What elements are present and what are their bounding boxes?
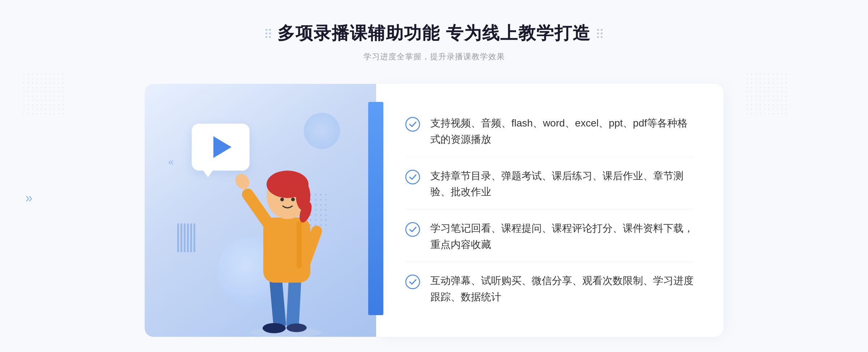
svg-point-14 (291, 198, 295, 201)
main-title: 多项录播课辅助功能 专为线上教学打造 (277, 22, 590, 45)
svg-rect-17 (180, 223, 182, 252)
svg-rect-15 (297, 221, 302, 268)
svg-rect-18 (184, 223, 186, 252)
feature-text-1: 支持视频、音频、flash、word、excel、ppt、pdf等各种格式的资源… (430, 115, 694, 148)
svg-rect-21 (193, 223, 195, 252)
dots-decoration-right (745, 72, 788, 116)
page-header: 多项录播课辅助功能 专为线上教学打造 学习进度全掌握，提升录播课教学效果 (265, 22, 602, 62)
title-decorator-right (597, 29, 603, 38)
svg-point-4 (286, 323, 307, 332)
svg-point-22 (406, 117, 420, 131)
feature-item-3: 学习笔记回看、课程提问、课程评论打分、课件资料下载，重点内容收藏 (405, 212, 694, 262)
svg-rect-20 (190, 223, 192, 252)
feature-item-2: 支持章节目录、弹题考试、课后练习、课后作业、章节测验、批改作业 (405, 159, 694, 210)
person-illustration (224, 120, 347, 337)
check-icon-3 (405, 222, 420, 237)
check-icon-1 (405, 117, 420, 132)
arrow-deco-illustration: « (168, 156, 174, 168)
content-area: « (145, 84, 723, 337)
feature-item-1: 支持视频、音频、flash、word、excel、ppt、pdf等各种格式的资源… (405, 107, 694, 157)
illustration-panel: « (145, 84, 376, 337)
check-icon-4 (405, 274, 420, 289)
check-icon-2 (405, 169, 420, 185)
title-decorator-left (265, 29, 271, 38)
feature-text-3: 学习笔记回看、课程提问、课程评论打分、课件资料下载，重点内容收藏 (430, 220, 694, 253)
feature-text-2: 支持章节目录、弹题考试、课后练习、课后作业、章节测验、批改作业 (430, 168, 694, 201)
svg-point-8 (233, 171, 252, 192)
feature-item-4: 互动弹幕、试听购买、微信分享、观看次数限制、学习进度跟踪、数据统计 (405, 264, 694, 314)
stripe-decoration (177, 223, 203, 254)
title-row: 多项录播课辅助功能 专为线上教学打造 (265, 22, 602, 45)
svg-point-23 (406, 170, 420, 184)
page-wrapper: » 多项录播课辅助功能 专为线上教学打造 学习进度全掌握，提升录播课教学效果 (0, 0, 868, 352)
svg-rect-16 (177, 223, 179, 252)
blue-bar (368, 102, 383, 315)
svg-rect-19 (187, 223, 189, 252)
arrow-decoration-left: » (25, 192, 33, 205)
subtitle: 学习进度全掌握，提升录播课教学效果 (265, 51, 602, 62)
svg-point-24 (406, 223, 420, 236)
svg-point-25 (406, 275, 420, 289)
dots-decoration-left (22, 72, 65, 116)
features-panel: 支持视频、音频、flash、word、excel、ppt、pdf等各种格式的资源… (376, 84, 723, 337)
svg-point-3 (263, 323, 286, 333)
feature-text-4: 互动弹幕、试听购买、微信分享、观看次数限制、学习进度跟踪、数据统计 (430, 273, 694, 305)
svg-point-0 (250, 327, 322, 337)
svg-point-13 (280, 198, 284, 201)
